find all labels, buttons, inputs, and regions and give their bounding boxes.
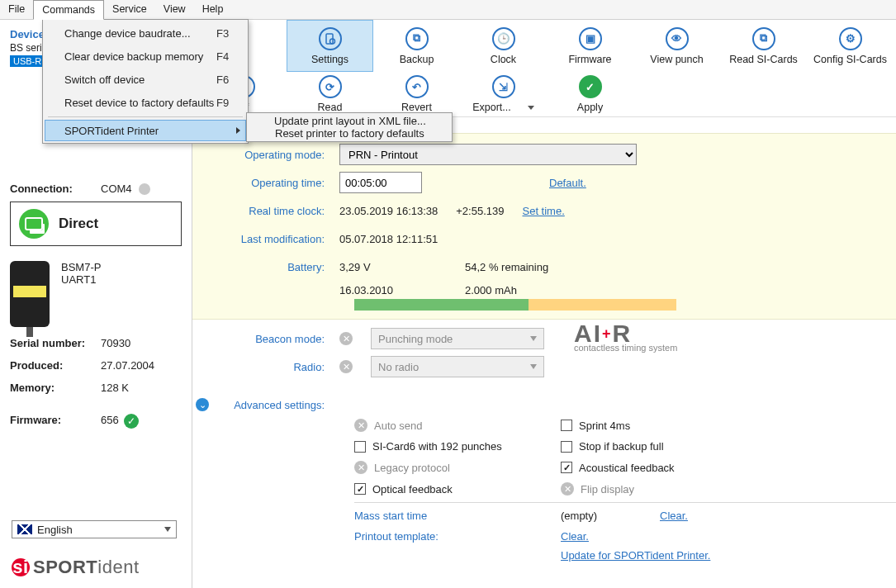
menu-commands[interactable]: Commands bbox=[33, 0, 104, 20]
export-icon: ⇲ bbox=[492, 75, 515, 98]
tb-export[interactable]: ⇲Export... bbox=[460, 72, 547, 116]
tb-readcards-label: Read SI-Cards bbox=[729, 54, 798, 65]
readcards-icon: ⧉ bbox=[752, 27, 775, 50]
commands-dropdown: Change device baudrate... F3 Clear devic… bbox=[42, 19, 249, 144]
direct-label: Direct bbox=[59, 216, 98, 232]
op-time-default-link[interactable]: Default. bbox=[549, 177, 586, 189]
produced-label: Produced: bbox=[10, 359, 101, 372]
battery-pct: 54,2 % remaining bbox=[465, 261, 548, 273]
tb-settings[interactable]: Settings bbox=[287, 20, 373, 72]
mass-start-label: Mass start time bbox=[354, 510, 561, 522]
printout-tmpl-clear[interactable]: Clear. bbox=[561, 530, 660, 543]
direct-mode-box[interactable]: Direct bbox=[10, 202, 182, 246]
printout-tmpl-label: Printout template: bbox=[354, 530, 561, 543]
opt-optical: Optical feedback bbox=[372, 483, 453, 496]
disabled-icon: ✕ bbox=[354, 461, 367, 474]
opt-stopbf-cb[interactable] bbox=[561, 441, 572, 453]
cmd-clear-backup-label: Clear device backup memory bbox=[64, 50, 203, 63]
menu-view[interactable]: View bbox=[155, 0, 194, 19]
sub-reset-printer[interactable]: Reset printer to factory defaults bbox=[249, 127, 450, 140]
printer-submenu: Update print layout in XML file... Reset… bbox=[246, 112, 453, 142]
device-model: BSM7-P bbox=[61, 261, 101, 273]
chevron-down-icon[interactable] bbox=[528, 106, 534, 110]
cmd-printer-label: SPORTident Printer bbox=[64, 125, 159, 137]
disabled-icon: ✕ bbox=[561, 482, 574, 496]
menu-separator bbox=[48, 116, 243, 117]
tb-firmware[interactable]: ▣Firmware bbox=[547, 20, 633, 72]
tb-revert[interactable]: ↶Revert bbox=[373, 72, 460, 116]
sub-update-xml-label: Update print layout in XML file... bbox=[274, 115, 426, 127]
adv-label: Advanced settings: bbox=[212, 399, 339, 411]
menu-file[interactable]: File bbox=[0, 0, 33, 19]
tb-apply[interactable]: ✓Apply bbox=[547, 72, 633, 116]
cmd-printer-submenu[interactable]: SPORTident Printer bbox=[45, 120, 246, 141]
rtc-set-link[interactable]: Set time. bbox=[522, 205, 564, 217]
cmd-switch-off[interactable]: Switch off device F6 bbox=[45, 68, 246, 91]
opt-sprint: Sprint 4ms bbox=[579, 420, 630, 432]
menubar: File Commands Service View Help bbox=[0, 0, 896, 20]
clock-icon: 🕒 bbox=[492, 27, 515, 50]
radio-disabled-icon: ✕ bbox=[339, 360, 353, 373]
firmware-icon: ▣ bbox=[579, 27, 602, 50]
tb-viewpunch-label: View punch bbox=[650, 54, 703, 65]
beacon-disabled-icon: ✕ bbox=[339, 332, 353, 345]
battery-voltage: 3,29 V bbox=[339, 261, 447, 273]
device-summary-box: Operating mode: PRN - Printout Operating… bbox=[192, 133, 896, 320]
divider bbox=[354, 502, 896, 503]
opt-autosend: Auto send bbox=[374, 420, 423, 432]
cmd-change-baud[interactable]: Change device baudrate... F3 bbox=[45, 21, 246, 45]
tb-viewpunch[interactable]: 👁View punch bbox=[633, 20, 720, 72]
cmd-clear-backup[interactable]: Clear device backup memory F4 bbox=[45, 45, 246, 68]
tb-backup[interactable]: ⧉Backup bbox=[373, 20, 460, 72]
cmd-reset-factory[interactable]: Reset device to factory defaults F9 bbox=[45, 91, 246, 114]
revert-icon: ↶ bbox=[405, 75, 429, 98]
opt-si192: SI-Card6 with 192 punches bbox=[372, 440, 502, 453]
device-interface: UART1 bbox=[61, 273, 101, 286]
opt-si192-cb[interactable] bbox=[354, 441, 366, 453]
tb-configcards[interactable]: ⚙Config SI-Cards bbox=[807, 20, 894, 72]
lastmod-label: Last modification: bbox=[192, 233, 339, 245]
update-printer-link[interactable]: Update for SPORTident Printer. bbox=[561, 549, 710, 562]
rtc-value: 23.05.2019 16:13:38 bbox=[339, 205, 438, 217]
cmd-reset-factory-label: Reset device to factory defaults bbox=[64, 97, 214, 109]
device-image bbox=[10, 261, 50, 327]
tb-export-label: Export... bbox=[472, 102, 511, 113]
menu-help[interactable]: Help bbox=[194, 0, 232, 19]
beacon-label: Beacon mode: bbox=[192, 333, 339, 345]
tb-settings-label: Settings bbox=[311, 54, 348, 65]
op-time-input[interactable] bbox=[339, 172, 422, 193]
direct-icon bbox=[19, 209, 49, 239]
backup-icon: ⧉ bbox=[405, 27, 429, 50]
settings-icon bbox=[319, 27, 342, 50]
tb-configcards-label: Config SI-Cards bbox=[813, 54, 887, 65]
opt-sprint-cb[interactable] bbox=[561, 420, 572, 431]
opt-acoustic: Acoustical feedback bbox=[579, 462, 675, 474]
mass-start-clear[interactable]: Clear. bbox=[660, 510, 759, 522]
viewpunch-icon: 👁 bbox=[666, 27, 689, 50]
connection-status-icon bbox=[139, 183, 150, 195]
cmd-switch-off-label: Switch off device bbox=[64, 74, 145, 86]
tb-revert-label: Revert bbox=[401, 102, 432, 113]
tb-read[interactable]: ⟳Read bbox=[287, 72, 373, 116]
rtc-label: Real time clock: bbox=[192, 205, 339, 217]
serial-value: 70930 bbox=[101, 337, 130, 349]
menu-service[interactable]: Service bbox=[104, 0, 155, 19]
tb-readcards[interactable]: ⧉Read SI-Cards bbox=[720, 20, 807, 72]
read-icon: ⟳ bbox=[319, 75, 342, 98]
apply-icon: ✓ bbox=[579, 75, 602, 98]
sub-update-xml[interactable]: Update print layout in XML file... bbox=[249, 115, 450, 127]
submenu-arrow-icon bbox=[236, 127, 240, 134]
adv-toggle-icon[interactable]: ⌄ bbox=[196, 398, 209, 411]
opt-acoustic-cb[interactable] bbox=[561, 462, 572, 473]
op-mode-select[interactable]: PRN - Printout bbox=[339, 144, 637, 165]
shortcut: F9 bbox=[216, 97, 239, 109]
opt-optical-cb[interactable] bbox=[354, 483, 366, 495]
memory-label: Memory: bbox=[10, 382, 101, 394]
battery-bar bbox=[354, 299, 676, 311]
language-value: English bbox=[37, 524, 73, 536]
op-mode-label: Operating mode: bbox=[192, 149, 339, 161]
memory-value: 128 K bbox=[101, 382, 129, 394]
tb-clock[interactable]: 🕒Clock bbox=[460, 20, 547, 72]
tb-apply-label: Apply bbox=[577, 102, 603, 113]
language-select[interactable]: English bbox=[12, 520, 177, 538]
